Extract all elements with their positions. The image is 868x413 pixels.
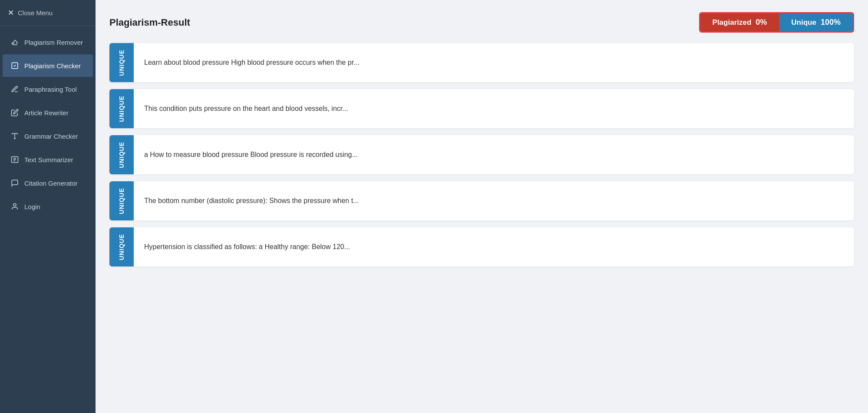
unique-value: 100%	[821, 18, 841, 27]
unique-badge: Unique 100%	[779, 13, 853, 31]
result-text: Learn about blood pressure High blood pr…	[134, 43, 854, 82]
eraser-icon	[10, 38, 19, 47]
plagiarized-label: Plagiarized	[713, 18, 752, 27]
sidebar-item-label-paraphrasing-tool: Paraphrasing Tool	[24, 86, 77, 93]
main-content: Plagiarism-Result Plagiarized 0% Unique …	[96, 0, 868, 413]
result-badge-label: Unique	[118, 188, 125, 214]
page-title: Plagiarism-Result	[109, 17, 190, 28]
sidebar-item-paraphrasing-tool[interactable]: Paraphrasing Tool	[3, 78, 93, 100]
result-badge-label: Unique	[118, 50, 125, 76]
result-item: UniqueThe bottom number (diastolic press…	[109, 181, 854, 220]
close-menu-label: Close Menu	[18, 9, 53, 17]
sidebar-item-label-citation-generator: Citation Generator	[24, 180, 78, 187]
close-menu-button[interactable]: ✕ Close Menu	[0, 0, 96, 26]
result-badge-label: Unique	[118, 142, 125, 168]
sidebar-item-label-article-rewriter: Article Rewriter	[24, 109, 69, 117]
sidebar-nav: Plagiarism RemoverPlagiarism CheckerPara…	[0, 26, 96, 218]
edit-icon	[10, 108, 19, 117]
sidebar-item-label-text-summarizer: Text Summarizer	[24, 156, 73, 163]
sidebar-item-grammar-checker[interactable]: Grammar Checker	[3, 125, 93, 147]
sidebar-item-label-login: Login	[24, 203, 40, 210]
result-badge-label: Unique	[118, 234, 125, 260]
plagiarized-value: 0%	[756, 18, 767, 27]
svg-point-5	[13, 203, 16, 206]
result-item: UniqueLearn about blood pressure High bl…	[109, 43, 854, 82]
sidebar-item-login[interactable]: Login	[3, 195, 93, 218]
header-row: Plagiarism-Result Plagiarized 0% Unique …	[109, 12, 854, 33]
result-badge-label: Unique	[118, 96, 125, 122]
result-text: Hypertension is classified as follows: a…	[134, 227, 854, 266]
result-status-badge: Unique	[109, 89, 134, 128]
check-icon	[10, 61, 19, 70]
grammar-icon	[10, 132, 19, 140]
sidebar-item-citation-generator[interactable]: Citation Generator	[3, 172, 93, 194]
sidebar-item-plagiarism-checker[interactable]: Plagiarism Checker	[3, 54, 93, 77]
sidebar-item-text-summarizer[interactable]: Text Summarizer	[3, 148, 93, 171]
plagiarized-badge: Plagiarized 0%	[700, 13, 779, 31]
sidebar-item-label-grammar-checker: Grammar Checker	[24, 133, 78, 140]
result-status-badge: Unique	[109, 227, 134, 266]
sidebar-item-article-rewriter[interactable]: Article Rewriter	[3, 101, 93, 124]
pencil-icon	[10, 85, 19, 93]
unique-label: Unique	[791, 18, 816, 27]
result-text: a How to measure blood pressure Blood pr…	[134, 135, 854, 174]
result-status-badge: Unique	[109, 43, 134, 82]
sidebar-item-label-plagiarism-checker: Plagiarism Checker	[24, 62, 81, 70]
stats-badges: Plagiarized 0% Unique 100%	[699, 12, 854, 33]
sidebar: ✕ Close Menu Plagiarism RemoverPlagiaris…	[0, 0, 96, 413]
summarizer-icon	[10, 155, 19, 164]
sidebar-item-plagiarism-remover[interactable]: Plagiarism Remover	[3, 31, 93, 53]
user-icon	[10, 202, 19, 211]
close-icon: ✕	[8, 9, 13, 17]
results-list: UniqueLearn about blood pressure High bl…	[109, 43, 854, 266]
result-item: UniqueThis condition puts pressure on th…	[109, 89, 854, 128]
result-text: The bottom number (diastolic pressure): …	[134, 181, 854, 220]
result-status-badge: Unique	[109, 135, 134, 174]
sidebar-item-label-plagiarism-remover: Plagiarism Remover	[24, 39, 83, 46]
result-status-badge: Unique	[109, 181, 134, 220]
result-item: UniqueHypertension is classified as foll…	[109, 227, 854, 266]
result-text: This condition puts pressure on the hear…	[134, 89, 854, 128]
result-item: Uniquea How to measure blood pressure Bl…	[109, 135, 854, 174]
citation-icon	[10, 179, 19, 187]
